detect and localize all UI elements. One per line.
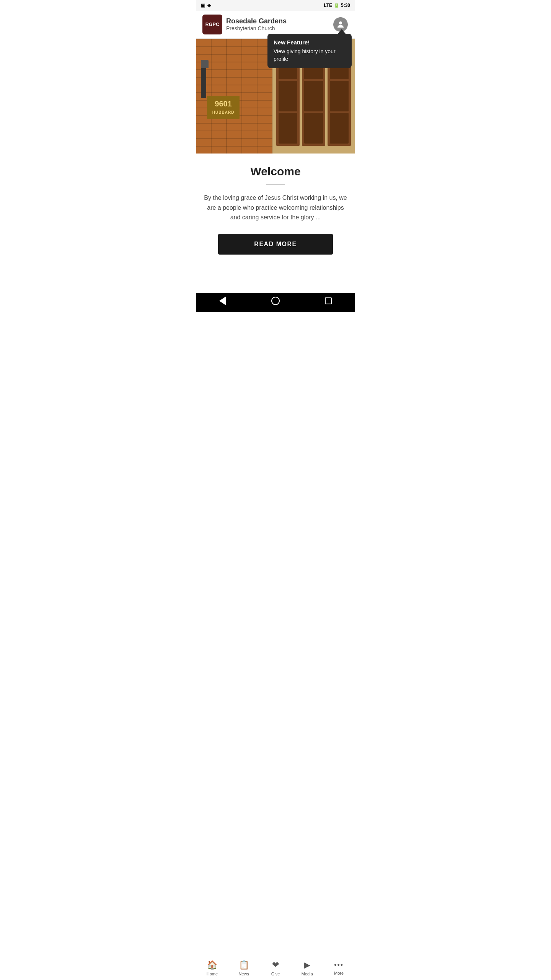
logo-name-line1: Rosedale Gardens [226,17,287,26]
home-system-button[interactable] [270,295,281,307]
nav-label-give: Give [271,972,280,976]
bottom-nav: 🏠 Home 📋 News ❤ Give ▶ Media ••• More [196,956,355,980]
svg-point-0 [339,21,342,24]
logo-container: RGPC Rosedale Gardens Presbyterian Churc… [202,15,287,34]
nav-item-give[interactable]: ❤ Give [260,956,292,980]
tooltip-container: New Feature! View giving history in your… [267,34,352,68]
tooltip-title: New Feature! [274,39,346,46]
address-number: 9601 [212,100,235,108]
nav-label-media: Media [302,972,313,976]
news-icon: 📋 [239,960,249,970]
system-bar [196,293,355,312]
back-icon [219,296,226,305]
nav-item-news[interactable]: 📋 News [228,956,260,980]
welcome-text: By the loving grace of Jesus Christ work… [204,193,347,222]
divider [266,184,285,185]
nav-label-home: Home [207,972,218,976]
recents-icon [325,297,332,304]
nav-item-media[interactable]: ▶ Media [291,956,323,980]
page-title: Welcome [204,165,347,178]
status-bar-left: ▣ ◈ [201,3,211,8]
lamp-head [201,60,209,68]
read-more-button[interactable]: READ MORE [218,234,333,255]
main-content: Welcome By the loving grace of Jesus Chr… [196,154,355,262]
signal-icon: ▣ [201,3,205,8]
tooltip: New Feature! View giving history in your… [267,34,352,68]
time-label: 5:30 [341,3,350,8]
tooltip-body: View giving history in your profile [274,48,346,63]
more-icon: ••• [334,961,344,969]
home-icon: 🏠 [207,960,217,970]
logo-icon: RGPC [202,15,222,34]
wifi-icon: ◈ [207,3,211,8]
nav-item-home[interactable]: 🏠 Home [196,956,228,980]
recents-button[interactable] [323,295,334,307]
status-bar-right: LTE 🔋 5:30 [324,3,350,8]
status-bar: ▣ ◈ LTE 🔋 5:30 [196,0,355,11]
media-icon: ▶ [304,960,310,970]
network-label: LTE [324,3,332,8]
give-icon: ❤ [272,960,279,970]
address-street: HUBBARD [212,110,235,114]
nav-label-news: News [238,972,249,976]
logo-text: Rosedale Gardens Presbyterian Church [226,17,287,32]
home-system-icon [271,297,280,305]
battery-icon: 🔋 [334,3,339,8]
address-sign: 9601 HUBBARD [207,96,240,119]
logo-name-line2: Presbyterian Church [226,25,287,32]
lamp-post [201,67,206,98]
nav-item-more[interactable]: ••• More [323,956,355,980]
back-button[interactable] [217,295,228,307]
nav-label-more: More [334,971,344,975]
hero-brick-wall: 9601 HUBBARD [196,39,272,154]
